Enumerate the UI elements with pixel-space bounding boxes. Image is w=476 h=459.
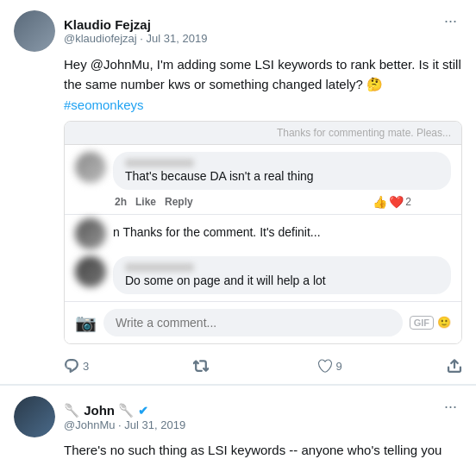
tweet-1-actions: 3 9: [64, 355, 462, 374]
fb-comment-1-reply[interactable]: Reply: [165, 196, 193, 208]
reply-icon: [64, 358, 79, 374]
tweet-1-header: Klaudio Fejzaj @klaudiofejzaj · Jul 31, …: [14, 10, 462, 52]
fb-comment-3-name: [125, 263, 194, 272]
tweet-1-username-date: @klaudiofejzaj · Jul 31, 2019: [64, 32, 207, 45]
fb-top-bar: Thanks for commenting mate. Pleas...: [65, 122, 461, 145]
fb-comment-3-text: Do some on page and it will help a lot: [125, 274, 326, 287]
tweet-2-username[interactable]: @JohnMu: [64, 418, 115, 431]
tweet-1-text: Hey @JohnMu, I'm adding some LSI keyword…: [64, 55, 462, 94]
tweet-2-display-name: 🥄 John 🥄 ✔: [64, 403, 185, 418]
fb-comment-1-time: 2h: [115, 196, 127, 208]
fb-heart-icon: ❤️: [389, 195, 404, 209]
fb-comment-2-text: n Thanks for the comment. It's definit..…: [113, 218, 451, 246]
tweet-2-text: There's no such thing as LSI keywords --…: [64, 441, 462, 459]
fb-input-icons: GIF 🙂: [410, 316, 451, 330]
tweet-1-date: Jul 31, 2019: [147, 32, 208, 45]
tweet-1-display-name[interactable]: Klaudio Fejzaj: [64, 17, 207, 32]
fb-comment-1-row: That's because DA isn't a real thing: [65, 145, 461, 193]
tweet-1-hashtag[interactable]: #seomonkeys: [64, 97, 462, 112]
fb-comment-1-text: That's because DA isn't a real thing: [125, 169, 314, 183]
tweet-2-date: Jul 31, 2019: [124, 418, 185, 431]
tweet-2-user-info: 🥄 John 🥄 ✔ @JohnMu · Jul 31, 2019: [64, 403, 185, 431]
fb-comment-3-avatar: [75, 256, 106, 287]
tweet-1-avatar[interactable]: [14, 10, 55, 52]
fb-comment-3-row: Do some on page and it will help a lot: [65, 253, 461, 301]
tweet-1-like-count: 9: [336, 360, 342, 373]
fb-comment-1-like[interactable]: Like: [135, 196, 156, 208]
fb-comment-input[interactable]: [103, 309, 403, 336]
fb-comment-2-row: n Thanks for the comment. It's definit..…: [65, 214, 461, 253]
fb-comment-2-avatar: [75, 218, 106, 249]
tweet-1-reply-action[interactable]: 3: [64, 358, 89, 374]
tweet-1-retweet-action[interactable]: [193, 358, 212, 374]
fb-comment-1-bubble: That's because DA isn't a real thing: [113, 152, 451, 190]
fb-comment-1-actions: 2h Like Reply 👍 ❤️ 2: [65, 193, 461, 214]
tweet-1-body: Hey @JohnMu, I'm adding some LSI keyword…: [64, 55, 462, 374]
fb-camera-icon[interactable]: 📷: [75, 312, 97, 333]
fb-embed: Thanks for commenting mate. Pleas... Tha…: [64, 121, 462, 344]
tweet-2-body: There's no such thing as LSI keywords --…: [64, 441, 462, 459]
tweet-2-more-button[interactable]: ···: [439, 396, 462, 418]
fb-comment-1-reactions: 👍 ❤️ 2: [373, 195, 411, 209]
tweet-1-header-left: Klaudio Fejzaj @klaudiofejzaj · Jul 31, …: [14, 10, 207, 52]
tweet-2-header: 🥄 John 🥄 ✔ @JohnMu · Jul 31, 2019 ···: [14, 396, 462, 437]
tweet-1-share-action[interactable]: [447, 358, 462, 374]
retweet-icon: [193, 358, 209, 374]
tweet-1-user-info: Klaudio Fejzaj @klaudiofejzaj · Jul 31, …: [64, 17, 207, 45]
fb-top-bar-text: Thanks for commenting mate. Pleas...: [277, 127, 451, 139]
heart-icon: [317, 358, 333, 374]
fb-like-icon: 👍: [373, 195, 387, 209]
tweet-2-avatar[interactable]: [14, 396, 55, 437]
tweet-2: 🥄 John 🥄 ✔ @JohnMu · Jul 31, 2019 ··· Th…: [0, 386, 476, 459]
fb-gif-button[interactable]: GIF: [410, 316, 434, 330]
tweet-2-username-date: @JohnMu · Jul 31, 2019: [64, 418, 185, 431]
tweet-1-username[interactable]: @klaudiofejzaj: [64, 32, 137, 45]
tweet-1: Klaudio Fejzaj @klaudiofejzaj · Jul 31, …: [0, 0, 476, 385]
fb-emoji-icon[interactable]: 🙂: [437, 316, 451, 330]
tweet-1-more-button[interactable]: ···: [439, 10, 462, 32]
fb-write-comment-row: 📷 GIF 🙂: [65, 301, 461, 343]
fb-comment-1-name: [125, 159, 194, 167]
share-icon: [447, 358, 462, 374]
fb-comment-1-avatar: [75, 152, 106, 183]
tweet-1-like-action[interactable]: 9: [317, 358, 342, 374]
tweet-2-header-left: 🥄 John 🥄 ✔ @JohnMu · Jul 31, 2019: [14, 396, 185, 437]
tweet-1-reply-count: 3: [83, 360, 89, 373]
tweet-2-verified: ✔: [138, 404, 148, 418]
fb-reaction-count: 2: [405, 196, 411, 208]
fb-comment-3-bubble: Do some on page and it will help a lot: [113, 256, 451, 294]
